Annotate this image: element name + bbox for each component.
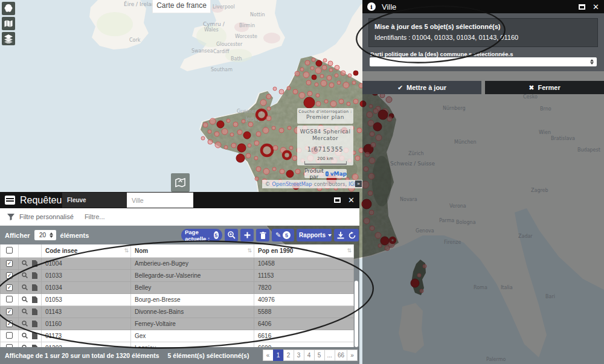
commune-marker[interactable]: [321, 80, 327, 86]
refresh-button[interactable]: [345, 229, 359, 241]
commune-marker[interactable]: [279, 128, 284, 133]
basemap-button[interactable]: [2, 17, 15, 30]
table-scrollbar[interactable]: [355, 281, 358, 347]
row-document-icon[interactable]: [32, 296, 37, 303]
table-row[interactable]: ✓ 01004 Amberieu-en-Bugey 10458: [1, 257, 354, 269]
maximize-icon[interactable]: [579, 4, 585, 10]
commune-marker[interactable]: [295, 71, 300, 76]
commune-marker[interactable]: [248, 122, 253, 127]
commune-marker[interactable]: [312, 75, 316, 80]
commune-marker[interactable]: [327, 75, 332, 80]
commune-marker[interactable]: [272, 167, 276, 171]
row-magnifier-icon[interactable]: [22, 296, 28, 302]
page-button-3[interactable]: 3: [294, 350, 304, 361]
commune-marker[interactable]: [272, 126, 275, 130]
commune-marker[interactable]: [353, 71, 358, 75]
row-document-icon[interactable]: [32, 272, 37, 279]
commune-marker[interactable]: [337, 81, 341, 85]
commune-marker[interactable]: [289, 146, 293, 150]
commune-marker[interactable]: [267, 107, 271, 110]
commune-marker[interactable]: [237, 130, 242, 135]
commune-marker[interactable]: [300, 68, 304, 71]
commune-marker[interactable]: [208, 139, 213, 144]
row-magnifier-icon[interactable]: [22, 308, 28, 315]
close-panel-button[interactable]: ✖ Fermer: [485, 81, 604, 94]
commune-marker[interactable]: [210, 118, 216, 124]
party-select[interactable]: [370, 57, 597, 66]
commune-marker[interactable]: [352, 81, 356, 85]
vmap-brand-link[interactable]: vMap: [330, 171, 347, 177]
commune-marker[interactable]: [260, 100, 266, 106]
commune-marker[interactable]: [231, 143, 236, 148]
commune-marker[interactable]: [248, 144, 251, 147]
commune-marker[interactable]: [256, 167, 261, 171]
commune-marker[interactable]: [263, 168, 269, 174]
commune-marker[interactable]: [226, 119, 230, 123]
tab-ville[interactable]: Ville: [127, 193, 193, 208]
table-row[interactable]: ✓ 01034 Belley 7820: [1, 281, 354, 293]
reports-dropdown-button[interactable]: Rapports: [297, 229, 332, 241]
commune-marker[interactable]: [203, 123, 208, 127]
row-document-icon[interactable]: [32, 321, 37, 327]
page-button-66[interactable]: 66: [335, 350, 347, 361]
commune-marker[interactable]: [257, 110, 266, 120]
row-magnifier-icon[interactable]: [22, 284, 28, 290]
commune-marker[interactable]: [312, 58, 315, 62]
commune-marker[interactable]: [339, 99, 344, 104]
commune-marker[interactable]: [287, 86, 291, 90]
osm-link[interactable]: OpenStreetMap: [272, 181, 312, 187]
delete-button[interactable]: [256, 229, 269, 241]
page-button-5[interactable]: 5: [314, 350, 325, 361]
tab-fleuve[interactable]: Fleuve: [62, 193, 127, 208]
commune-marker[interactable]: [236, 154, 245, 162]
sort-icon[interactable]: ⇅: [347, 247, 352, 254]
add-button[interactable]: [240, 229, 254, 241]
commune-marker[interactable]: [335, 74, 338, 77]
commune-marker[interactable]: [315, 68, 321, 74]
commune-marker[interactable]: [292, 156, 297, 161]
commune-marker[interactable]: [316, 94, 320, 97]
commune-marker[interactable]: [242, 120, 245, 123]
page-size-select[interactable]: 20: [34, 230, 56, 240]
column-header-pop[interactable]: Pop en 1990 ⇅: [254, 244, 354, 257]
commune-marker[interactable]: [262, 145, 272, 156]
sort-icon[interactable]: ⇅: [247, 247, 252, 254]
commune-marker[interactable]: [263, 127, 269, 133]
commune-marker[interactable]: [353, 99, 358, 104]
table-row[interactable]: ✓ 01160 Ferney-Voltaire 6406: [1, 318, 354, 330]
commune-marker[interactable]: [303, 72, 309, 78]
zoom-to-selection-button[interactable]: [225, 229, 238, 241]
commune-marker[interactable]: [246, 153, 251, 158]
page-button-»[interactable]: »: [347, 350, 358, 361]
row-magnifier-icon[interactable]: [22, 333, 28, 339]
commune-marker[interactable]: [201, 136, 205, 140]
commune-marker[interactable]: [214, 132, 219, 136]
commune-marker[interactable]: [316, 101, 321, 106]
row-checkbox[interactable]: [6, 296, 13, 302]
page-button-2[interactable]: 2: [283, 350, 294, 361]
commune-marker[interactable]: [352, 174, 358, 180]
commune-marker[interactable]: [237, 144, 246, 152]
row-document-icon[interactable]: [32, 308, 37, 315]
commune-marker[interactable]: [348, 74, 352, 77]
commune-marker[interactable]: [217, 121, 224, 128]
commune-marker[interactable]: [315, 83, 318, 86]
commune-marker[interactable]: [255, 177, 259, 180]
commune-marker[interactable]: [357, 128, 362, 133]
update-button[interactable]: ✔ Mettre à jour: [362, 81, 481, 94]
maximize-icon[interactable]: [334, 197, 341, 203]
commune-marker[interactable]: [288, 126, 291, 130]
commune-marker[interactable]: [222, 129, 228, 135]
table-row[interactable]: 01053 Bourg-en-Bresse 40976: [1, 293, 354, 305]
commune-marker[interactable]: [256, 132, 261, 136]
layers-button[interactable]: [2, 32, 15, 45]
commune-marker[interactable]: [324, 100, 328, 103]
table-row[interactable]: 01173 Gex 6616: [1, 330, 354, 342]
commune-marker[interactable]: [316, 60, 322, 66]
row-checkbox[interactable]: ✓: [6, 321, 13, 327]
commune-marker[interactable]: [306, 80, 311, 85]
sort-icon[interactable]: ⇅: [124, 247, 129, 254]
row-checkbox[interactable]: ✓: [6, 260, 13, 267]
commune-marker[interactable]: [266, 94, 271, 99]
row-checkbox[interactable]: ✓: [6, 284, 13, 291]
